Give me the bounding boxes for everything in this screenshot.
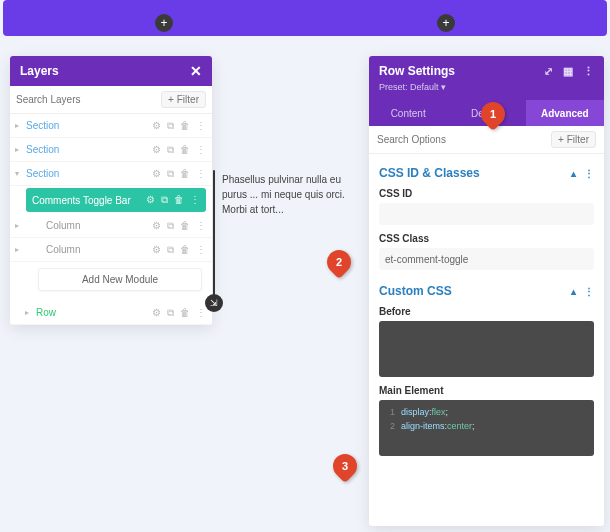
layer-row-row[interactable]: ▸ Row ⚙ ⧉ 🗑: [10, 301, 212, 325]
chevron-right-icon: ▸: [10, 121, 24, 130]
more-icon[interactable]: [196, 120, 206, 132]
drag-handle-icon[interactable]: ⇲: [205, 294, 223, 312]
layer-column-row[interactable]: ▸ Column ⚙ ⧉ 🗑: [10, 238, 212, 262]
layers-filter-button[interactable]: + Filter: [161, 91, 206, 108]
chevron-right-icon: ▸: [10, 145, 24, 154]
layers-search-row: + Filter: [10, 86, 212, 114]
trash-icon[interactable]: 🗑: [180, 144, 190, 156]
grid-icon[interactable]: ▦: [563, 65, 573, 78]
add-new-module-button[interactable]: Add New Module: [38, 268, 202, 291]
close-icon[interactable]: ✕: [190, 63, 202, 79]
gear-icon[interactable]: ⚙: [152, 144, 161, 156]
copy-icon[interactable]: ⧉: [167, 120, 174, 132]
settings-filter-button[interactable]: + Filter: [551, 131, 596, 148]
settings-search-input[interactable]: [377, 134, 547, 145]
settings-header: Row Settings ⤢ ▦ Preset: Default ▾: [369, 56, 604, 100]
settings-title: Row Settings: [379, 64, 455, 78]
copy-icon[interactable]: ⧉: [161, 194, 168, 206]
more-icon[interactable]: [196, 168, 206, 180]
gear-icon[interactable]: ⚙: [146, 194, 155, 206]
annotation-callout-2: 2: [322, 245, 356, 279]
copy-icon[interactable]: ⧉: [167, 307, 174, 319]
layer-section-row[interactable]: ▸ Section ⚙ ⧉ 🗑: [10, 138, 212, 162]
css-id-input[interactable]: [379, 203, 594, 225]
before-label: Before: [379, 306, 594, 317]
main-element-label: Main Element: [379, 385, 594, 396]
more-icon[interactable]: [196, 220, 206, 232]
trash-icon[interactable]: 🗑: [180, 120, 190, 132]
group-css-id-classes[interactable]: CSS ID & Classes: [379, 166, 594, 180]
code-line: 2align-items:center;: [385, 420, 588, 434]
gear-icon[interactable]: ⚙: [152, 244, 161, 256]
chevron-right-icon: ▸: [20, 308, 34, 317]
plus-icon: +: [558, 134, 564, 145]
group-custom-css[interactable]: Custom CSS: [379, 284, 594, 298]
chevron-right-icon: ▸: [10, 221, 24, 230]
trash-icon[interactable]: 🗑: [174, 194, 184, 206]
trash-icon[interactable]: 🗑: [180, 244, 190, 256]
code-line: 1display:flex;: [385, 406, 588, 420]
chevron-right-icon: ▸: [10, 245, 24, 254]
annotation-callout-3: 3: [328, 449, 362, 483]
more-icon[interactable]: [583, 65, 594, 78]
trash-icon[interactable]: 🗑: [180, 307, 190, 319]
layer-section-row[interactable]: ▸ Section ⚙ ⧉ 🗑: [10, 114, 212, 138]
copy-icon[interactable]: ⧉: [167, 168, 174, 180]
copy-icon[interactable]: ⧉: [167, 244, 174, 256]
main-element-code-editor[interactable]: 1display:flex; 2align-items:center;: [379, 400, 594, 456]
content-preview-text: Phasellus pulvinar nulla eu purus ... mi…: [222, 172, 362, 217]
layers-search-input[interactable]: [16, 94, 157, 105]
layers-panel: Layers ✕ + Filter ▸ Section ⚙ ⧉ 🗑 ▸ Sect…: [10, 56, 212, 325]
more-icon[interactable]: [584, 286, 594, 297]
copy-icon[interactable]: ⧉: [167, 144, 174, 156]
gear-icon[interactable]: ⚙: [152, 307, 161, 319]
css-class-input[interactable]: [379, 248, 594, 270]
copy-icon[interactable]: ⧉: [167, 220, 174, 232]
builder-top-bar: + +: [3, 0, 607, 36]
more-icon[interactable]: [190, 194, 200, 206]
more-icon[interactable]: [196, 244, 206, 256]
more-icon[interactable]: [584, 168, 594, 179]
layer-column-row[interactable]: ▸ Column ⚙ ⧉ 🗑: [10, 214, 212, 238]
gear-icon[interactable]: ⚙: [152, 220, 161, 232]
gear-icon[interactable]: ⚙: [152, 120, 161, 132]
chevron-up-icon[interactable]: [571, 168, 576, 179]
tab-content[interactable]: Content: [369, 100, 447, 126]
plus-icon: +: [168, 94, 174, 105]
add-section-button-left[interactable]: +: [155, 14, 173, 32]
css-class-label: CSS Class: [379, 233, 594, 244]
chevron-up-icon[interactable]: [571, 286, 576, 297]
layer-module-active[interactable]: Comments Toggle Bar ⚙ ⧉ 🗑: [26, 188, 206, 212]
layers-title: Layers: [20, 64, 59, 78]
more-icon[interactable]: [196, 307, 206, 319]
before-code-editor[interactable]: [379, 321, 594, 377]
preset-dropdown[interactable]: Preset: Default ▾: [379, 82, 594, 92]
row-settings-panel: Row Settings ⤢ ▦ Preset: Default ▾ Conte…: [369, 56, 604, 526]
trash-icon[interactable]: 🗑: [180, 220, 190, 232]
chevron-down-icon: ▾: [10, 169, 24, 178]
layers-header: Layers ✕: [10, 56, 212, 86]
trash-icon[interactable]: 🗑: [180, 168, 190, 180]
add-section-button-right[interactable]: +: [437, 14, 455, 32]
gear-icon[interactable]: ⚙: [152, 168, 161, 180]
tab-advanced[interactable]: Advanced: [526, 100, 604, 126]
more-icon[interactable]: [196, 144, 206, 156]
expand-icon[interactable]: ⤢: [544, 65, 553, 78]
css-id-label: CSS ID: [379, 188, 594, 199]
layer-section-row[interactable]: ▾ Section ⚙ ⧉ 🗑 +: [10, 162, 212, 186]
settings-body: CSS ID & Classes CSS ID CSS Class Custom…: [369, 154, 604, 526]
settings-search-row: + Filter: [369, 126, 604, 154]
drag-track: [213, 170, 215, 296]
